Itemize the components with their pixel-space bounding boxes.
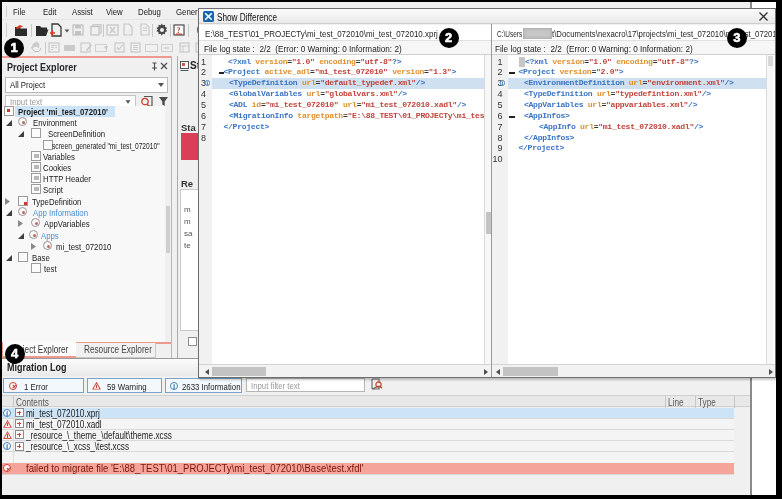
svg-text:?: ?	[176, 26, 180, 35]
